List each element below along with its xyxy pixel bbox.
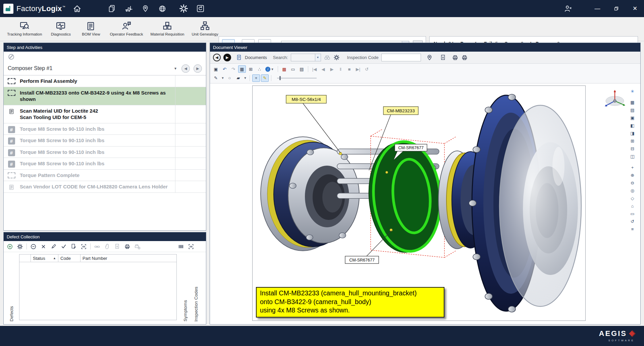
part-mounting-ring-highlighted[interactable] (364, 139, 445, 255)
nav-next-icon[interactable]: ▶| (354, 65, 362, 73)
add-pane-icon[interactable]: ⊞ (628, 137, 637, 145)
confirm-defect-button[interactable] (60, 243, 67, 250)
redo-icon[interactable]: ↷ (229, 65, 237, 73)
settings-button[interactable] (178, 3, 190, 14)
rotate-view-icon[interactable]: ↺ (628, 218, 637, 225)
minimize-button[interactable]: — (592, 4, 602, 14)
activity-row-torque-2[interactable]: # Torque M8 Screw to 90-110 inch lbs (4, 135, 206, 147)
barcode-scan-button[interactable] (187, 243, 195, 250)
eraser-tool-icon[interactable]: ▰ (234, 74, 242, 82)
tab-inspection-codes[interactable]: Inspection Codes (194, 287, 199, 322)
export-document-icon[interactable] (440, 54, 446, 61)
previous-step-button[interactable]: ◀ (181, 64, 190, 73)
edit-defect-button[interactable] (50, 243, 57, 250)
cell-view-icon[interactable]: ▣ (628, 114, 637, 121)
find-icon[interactable] (324, 54, 331, 61)
location-button[interactable] (140, 3, 151, 14)
forklift-button[interactable] (123, 3, 135, 14)
activity-row-install-bracket[interactable]: Install CM-MB23233 onto CM-B3422-9 using… (4, 87, 206, 105)
pages-button[interactable] (106, 3, 118, 14)
cad-3d-view[interactable]: M8-SC-56x1/4 CM-MB23233 CM-SR67677 CM-SR… (253, 86, 585, 321)
home-button[interactable] (71, 3, 83, 14)
viewer-settings-icon[interactable] (333, 54, 340, 61)
status-column-header[interactable]: Status▲ (31, 254, 58, 262)
pin-location-icon[interactable] (426, 54, 433, 61)
columns-icon[interactable]: ◫ (628, 153, 637, 160)
view-mode-icon[interactable]: ▦ (238, 65, 246, 73)
fit-view-icon[interactable]: ◇ (628, 194, 637, 202)
snap-icon[interactable]: ✳ (628, 88, 637, 95)
nav-prev-icon[interactable]: ◀ (319, 65, 327, 73)
logout-user-button[interactable] (562, 3, 574, 14)
add-defect-button[interactable] (6, 243, 13, 250)
nav-forward-button[interactable]: ▶ (223, 54, 231, 61)
saved-views-icon[interactable]: ▤ (298, 65, 306, 73)
barcode-label-button[interactable] (177, 243, 184, 250)
nav-back-button[interactable]: ◀ (213, 54, 221, 61)
highlighter-tool-icon[interactable]: ✎ (261, 74, 269, 82)
undo-icon[interactable]: ↶ (221, 65, 228, 73)
export-defects-button[interactable] (114, 243, 121, 250)
nav-pause-icon[interactable]: ‖ (337, 65, 344, 73)
zoom-slider[interactable] (277, 78, 317, 78)
diagnostics-button[interactable]: Diagnostics (46, 18, 75, 37)
operator-feedback-button[interactable]: Operator Feedback (107, 18, 146, 37)
scan-defect-button[interactable] (80, 243, 87, 250)
print-document-icon[interactable] (452, 54, 459, 61)
remove-pane-icon[interactable]: ⊟ (628, 145, 637, 152)
markup-icon[interactable]: ▩ (280, 65, 288, 73)
bom-view-button[interactable]: BOM View (76, 18, 105, 37)
print-defects-button[interactable] (124, 243, 131, 250)
activity-row-torque-1[interactable]: # Torque M8 Screw to 90-110 inch lbs (4, 123, 206, 135)
material-requisition-button[interactable]: Material Requisition (148, 18, 187, 37)
list-view-icon[interactable]: ≡ (628, 225, 637, 233)
documents-label[interactable]: Documents (245, 55, 267, 60)
zoom-slider-thumb[interactable] (279, 76, 281, 80)
grid-view-icon[interactable]: ▦ (628, 99, 637, 106)
shape-tool-icon[interactable]: ○ (226, 74, 233, 82)
parts-tree-icon[interactable]: ∴ (256, 65, 263, 73)
paste-icon[interactable]: ▣ (212, 65, 220, 73)
capture-icon[interactable]: ▭ (289, 65, 297, 73)
activity-row-torque-3[interactable]: # Torque M8 Screw to 90-110 inch lbs (4, 147, 206, 158)
next-step-button[interactable]: ▶ (194, 64, 202, 73)
cancel-defect-button[interactable] (40, 243, 47, 250)
info-button[interactable]: i▾ (264, 65, 275, 73)
sync-button[interactable] (195, 3, 206, 14)
restore-button[interactable] (611, 4, 621, 14)
screen-view-icon[interactable]: ▭ (628, 210, 637, 217)
activity-row-torque-4[interactable]: # Torque M8 Screw to 90-110 inch lbs (4, 158, 206, 170)
attach-file-button[interactable] (104, 243, 111, 250)
print-preview-icon[interactable] (461, 54, 468, 61)
document-page[interactable]: M8-SC-56x1/4 CM-MB23233 CM-SR67677 CM-SR… (252, 85, 586, 321)
defect-settings-button[interactable] (16, 243, 23, 250)
link-defect-button[interactable] (94, 243, 101, 250)
activity-row-scan-vendor-lot[interactable]: Scan Vendor LOT CODE for CM-LH82820 Came… (4, 181, 206, 193)
nav-loop-icon[interactable]: ↺ (363, 65, 371, 73)
code-column-header[interactable]: Code (58, 254, 80, 262)
search-dropdown-icon[interactable]: ▼ (315, 54, 321, 61)
orientation-gizmo[interactable] (602, 89, 628, 111)
nav-first-icon[interactable]: |◀ (311, 65, 318, 73)
split-right-icon[interactable]: ◨ (628, 129, 637, 137)
zoom-in-icon[interactable]: ⊕ (628, 171, 637, 179)
part-number-column-header[interactable]: Part Number (80, 254, 176, 262)
search-input[interactable] (291, 55, 315, 60)
defect-notes-button[interactable] (70, 243, 77, 250)
zoom-out-icon[interactable]: ⊖ (628, 179, 637, 186)
move-view-icon[interactable]: + (628, 164, 637, 171)
remove-defect-button[interactable] (30, 243, 37, 250)
checkbox-column-header[interactable] (19, 254, 31, 262)
split-left-icon[interactable]: ◧ (628, 122, 637, 129)
unit-genealogy-button[interactable]: Unit Genealogy (189, 18, 221, 37)
nav-stop-icon[interactable]: ■ (345, 65, 353, 73)
globe-button[interactable] (157, 3, 168, 14)
home-view-icon[interactable]: ⌂ (628, 202, 637, 210)
inspection-code-input[interactable] (381, 54, 421, 61)
fit-page-icon[interactable]: ⊞ (247, 65, 255, 73)
composer-dropdown-caret[interactable]: ▾ (174, 66, 176, 71)
close-button[interactable]: ✕ (630, 4, 640, 14)
zoom-target-icon[interactable]: ◎ (628, 187, 637, 194)
activity-row-torque-pattern[interactable]: Torque Pattern Complete (4, 170, 206, 181)
pen-tool-icon[interactable]: ✎ (212, 74, 220, 82)
